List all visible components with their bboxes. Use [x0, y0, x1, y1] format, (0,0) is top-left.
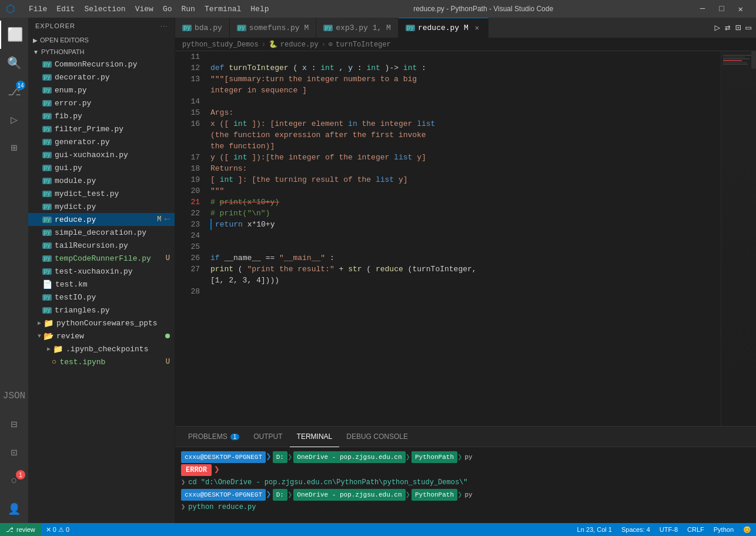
tab-exp3[interactable]: py exp3.py 1, M: [316, 18, 399, 38]
code-editor[interactable]: 11 12 13 14 15 16 17 18 19 20 21: [175, 51, 756, 426]
activity-terminal[interactable]: ⊡: [0, 438, 28, 467]
activity-account[interactable]: 👤: [0, 495, 28, 523]
folder-name: pythonCoursewares_ppts: [56, 319, 158, 328]
menu-selection[interactable]: Selection: [79, 0, 130, 18]
list-item[interactable]: py testIO.py: [28, 291, 175, 304]
file-name: module.py: [55, 177, 96, 185]
list-item[interactable]: py module.py: [28, 174, 175, 187]
list-item[interactable]: py enum.py: [28, 84, 175, 96]
menu-edit[interactable]: Edit: [52, 0, 79, 18]
feedback-button[interactable]: 😊: [738, 523, 756, 536]
tab-close-icon[interactable]: ✕: [473, 23, 481, 33]
line-number: [175, 129, 200, 141]
terminal-content[interactable]: cxxu@DESKTOP-0PGNEGT ❯ D: ❯ OneDrive - p…: [175, 447, 756, 523]
activity-search[interactable]: 🔍: [0, 49, 28, 77]
line-number: 19: [175, 174, 200, 185]
line-number: 24: [175, 230, 200, 241]
file-name: generator.py: [55, 138, 110, 147]
minimap-slider[interactable]: [751, 51, 756, 69]
tab-reduce-active[interactable]: py reduce.py M ✕: [399, 18, 489, 38]
list-item[interactable]: py test-xuchaoxin.py: [28, 265, 175, 278]
file-name: test.km: [55, 280, 88, 289]
folder-item[interactable]: ▼ 📂 review: [28, 329, 175, 342]
list-item[interactable]: py triangles.py: [28, 304, 175, 317]
breadcrumb-item[interactable]: turnToInteger: [336, 41, 391, 49]
close-button[interactable]: ✕: [731, 4, 750, 14]
list-item[interactable]: py tailRecursion.py: [28, 239, 175, 252]
pythonpath-section[interactable]: ▼ PYTHONPATH: [28, 46, 175, 58]
activity-extensions[interactable]: ⊞: [0, 134, 28, 162]
breadcrumb-item[interactable]: python_study_Demos: [182, 41, 259, 49]
list-item[interactable]: py decorator.py: [28, 71, 175, 84]
panel-tab-terminal[interactable]: TERMINAL: [290, 427, 340, 447]
list-item-active[interactable]: py reduce.py M ←: [28, 213, 175, 226]
py-file-icon: py: [42, 165, 52, 171]
run-icon[interactable]: ▷: [714, 22, 720, 34]
terminal-drive: D:: [273, 451, 287, 463]
explorer-header: EXPLORER ···: [28, 18, 175, 34]
list-item[interactable]: py simple_decoration.py: [28, 226, 175, 239]
explorer-more-icon[interactable]: ···: [160, 22, 168, 29]
panel-tab-output[interactable]: OUTPUT: [246, 427, 289, 447]
breadcrumb-sep: ›: [322, 41, 326, 49]
layout-icon[interactable]: ⊡: [735, 22, 741, 34]
terminal-drive2: D:: [273, 489, 287, 501]
list-item[interactable]: 📄 test.km: [28, 278, 175, 291]
activity-github[interactable]: ○ 1: [0, 467, 28, 495]
terminal-chevron2: ❯: [181, 502, 185, 512]
tab-somefuns[interactable]: py somefuns.py M: [230, 18, 316, 38]
open-editors-section[interactable]: ▶ OPEN EDITORS: [28, 34, 175, 46]
menu-run[interactable]: Run: [176, 0, 199, 18]
list-item[interactable]: py CommonRecursion.py: [28, 58, 175, 71]
encoding-status[interactable]: UTF-8: [655, 523, 683, 536]
tab-py-icon: py: [406, 25, 415, 31]
menu-file[interactable]: File: [24, 0, 52, 18]
warning-count: 0: [66, 526, 69, 533]
git-branch[interactable]: ⎇ review: [0, 523, 41, 536]
modified-u2: U: [166, 358, 170, 366]
line-col-status[interactable]: Ln 23, Col 1: [573, 523, 617, 536]
breadcrumb-item[interactable]: reduce.py: [280, 41, 319, 49]
arrow-indicator: ←: [164, 214, 170, 225]
panel-tab-problems[interactable]: PROBLEMS 1: [181, 427, 246, 447]
code-line: Args:: [210, 107, 715, 118]
folder-item[interactable]: ▶ 📁 .ipynb_checkpoints: [28, 342, 175, 355]
terminal-line: cxxu@DESKTOP-0PGNEGT ❯ D: ❯ OneDrive - p…: [181, 489, 750, 501]
menu-help[interactable]: Help: [246, 0, 273, 18]
list-item[interactable]: py mydict_test.py: [28, 187, 175, 200]
spaces-status[interactable]: Spaces: 4: [617, 523, 655, 536]
list-item[interactable]: py error.py: [28, 96, 175, 109]
list-item[interactable]: py generator.py: [28, 135, 175, 148]
terminal-path4: py: [464, 452, 472, 462]
folder-item[interactable]: ▶ 📁 pythonCoursewares_ppts: [28, 317, 175, 329]
list-item[interactable]: py filter_Prime.py: [28, 122, 175, 135]
language-status[interactable]: Python: [709, 523, 738, 536]
list-item[interactable]: ○ test.ipynb U: [28, 355, 175, 368]
panel-icon[interactable]: ▭: [745, 22, 751, 34]
file-name: triangles.py: [55, 306, 110, 315]
activity-run[interactable]: ▷: [0, 105, 28, 134]
menu-view[interactable]: View: [131, 0, 158, 18]
tab-bda[interactable]: py bda.py: [175, 18, 230, 38]
activity-extensions2[interactable]: ⊟: [0, 410, 28, 438]
menu-terminal[interactable]: Terminal: [200, 0, 246, 18]
line-number: 17: [175, 152, 200, 163]
line-ending-status[interactable]: CRLF: [683, 523, 709, 536]
code-line: y ([ int ]):[the integer of the integer …: [210, 152, 715, 163]
activity-source-control[interactable]: ⎇ 14: [0, 77, 28, 105]
panel-tab-debug[interactable]: DEBUG CONSOLE: [339, 427, 415, 447]
list-item[interactable]: py fib.py: [28, 109, 175, 122]
list-item[interactable]: py gui-xuchaoxin.py: [28, 148, 175, 161]
split-editor-icon[interactable]: ⇄: [725, 22, 731, 34]
activity-json[interactable]: JSON: [0, 382, 28, 410]
minimize-button[interactable]: ─: [693, 4, 712, 14]
list-item[interactable]: py gui.py: [28, 161, 175, 174]
activity-explorer[interactable]: ⬜: [0, 21, 28, 49]
file-name: tempCodeRunnerFile.py: [55, 254, 151, 263]
maximize-button[interactable]: □: [712, 4, 731, 14]
errors-indicator[interactable]: ✕ 0 ⚠ 0: [41, 523, 74, 536]
list-item[interactable]: py tempCodeRunnerFile.py U: [28, 252, 175, 265]
list-item[interactable]: py mydict.py: [28, 200, 175, 213]
menu-go[interactable]: Go: [158, 0, 177, 18]
code-content[interactable]: def turnToInteger ( x : int , y : int )-…: [205, 51, 721, 426]
